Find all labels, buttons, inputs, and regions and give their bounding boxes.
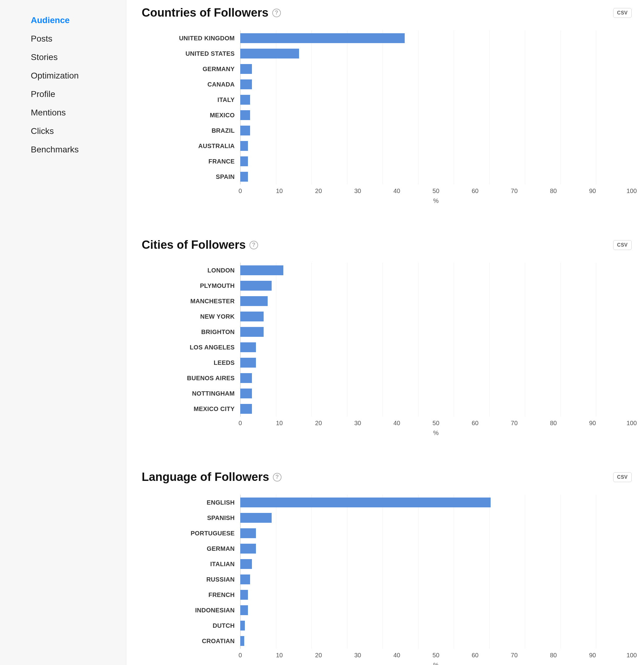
bar-label: ENGLISH	[142, 495, 240, 510]
bar-label: GERMAN	[142, 541, 240, 556]
bar-row	[240, 138, 632, 154]
sidebar-item-optimization[interactable]: Optimization	[31, 66, 126, 85]
bar-label: MEXICO CITY	[142, 401, 240, 417]
bar-row	[240, 92, 632, 108]
bar-label: UNITED KINGDOM	[142, 31, 240, 46]
bar-row	[240, 510, 632, 526]
bar-row	[240, 355, 632, 370]
bar-label: SPAIN	[142, 169, 240, 185]
bar-row	[240, 633, 632, 649]
chart-block: Language of Followers?CSVENGLISHSPANISHP…	[142, 471, 632, 665]
bar-label: GERMANY	[142, 61, 240, 77]
bar	[240, 574, 250, 584]
bar-row	[240, 495, 632, 510]
bar-label: BRIGHTON	[142, 324, 240, 340]
bar	[240, 79, 252, 89]
bar-label: AUSTRALIA	[142, 138, 240, 154]
bar	[240, 110, 250, 120]
chart-area: ENGLISHSPANISHPORTUGUESEGERMANITALIANRUS…	[142, 495, 632, 649]
bar-label: PORTUGUESE	[142, 526, 240, 541]
x-axis-unit: %	[240, 197, 632, 205]
bar	[240, 64, 252, 74]
bar	[240, 156, 248, 166]
bar	[240, 544, 256, 554]
x-axis-unit: %	[240, 430, 632, 437]
bar-label: UNITED STATES	[142, 46, 240, 61]
bar	[240, 265, 283, 275]
bar	[240, 342, 256, 352]
bar	[240, 513, 272, 523]
bar	[240, 95, 250, 105]
chart-block: Cities of Followers?CSVLONDONPLYMOUTHMAN…	[142, 238, 632, 437]
bar	[240, 621, 245, 630]
csv-button[interactable]: CSV	[613, 472, 632, 482]
bar-row	[240, 278, 632, 293]
bar	[240, 590, 248, 600]
bar-label: FRANCE	[142, 154, 240, 169]
bar-row	[240, 526, 632, 541]
bar-row	[240, 370, 632, 386]
help-icon[interactable]: ?	[250, 241, 258, 249]
bar	[240, 281, 272, 291]
bar-row	[240, 61, 632, 77]
sidebar-item-mentions[interactable]: Mentions	[31, 103, 126, 122]
bar	[240, 33, 405, 43]
bar-row	[240, 340, 632, 355]
bar-row	[240, 401, 632, 417]
bar-label: NOTTINGHAM	[142, 386, 240, 401]
bar-row	[240, 309, 632, 324]
bar-row	[240, 386, 632, 401]
bar-label: FRENCH	[142, 587, 240, 603]
bar-label: RUSSIAN	[142, 572, 240, 587]
bar	[240, 126, 250, 135]
bar-label: ITALIAN	[142, 556, 240, 572]
chart-area: UNITED KINGDOMUNITED STATESGERMANYCANADA…	[142, 31, 632, 185]
bar-label: NEW YORK	[142, 309, 240, 324]
bar-label: SPANISH	[142, 510, 240, 526]
csv-button[interactable]: CSV	[613, 8, 632, 18]
chart-header: Countries of Followers?CSV	[142, 6, 632, 19]
bar	[240, 528, 256, 538]
bar-row	[240, 108, 632, 123]
help-icon[interactable]: ?	[273, 473, 281, 481]
bar-label: BUENOS AIRES	[142, 370, 240, 386]
bar-label: INDONESIAN	[142, 603, 240, 618]
chart-area: LONDONPLYMOUTHMANCHESTERNEW YORKBRIGHTON…	[142, 263, 632, 417]
bar-label: PLYMOUTH	[142, 278, 240, 293]
bar-row	[240, 556, 632, 572]
bar	[240, 311, 264, 321]
bar	[240, 559, 252, 569]
bar-label: CANADA	[142, 77, 240, 92]
bar-row	[240, 154, 632, 169]
sidebar-item-clicks[interactable]: Clicks	[31, 122, 126, 140]
bar-row	[240, 46, 632, 61]
bar-row	[240, 169, 632, 185]
bar-row	[240, 618, 632, 633]
csv-button[interactable]: CSV	[613, 240, 632, 250]
bar-row	[240, 324, 632, 340]
bar-label: LEEDS	[142, 355, 240, 370]
sidebar-item-stories[interactable]: Stories	[31, 48, 126, 66]
sidebar-item-audience[interactable]: Audience	[31, 11, 126, 30]
bar-label: BRAZIL	[142, 123, 240, 138]
chart-title: Countries of Followers	[142, 6, 269, 19]
bar	[240, 358, 256, 367]
bar-label: MANCHESTER	[142, 293, 240, 309]
bar	[240, 636, 244, 646]
bar-label: DUTCH	[142, 618, 240, 633]
x-axis-unit: %	[240, 662, 632, 665]
sidebar-item-benchmarks[interactable]: Benchmarks	[31, 140, 126, 159]
bar	[240, 141, 248, 151]
main-content: Countries of Followers?CSVUNITED KINGDOM…	[126, 0, 644, 665]
chart-header: Cities of Followers?CSV	[142, 238, 632, 251]
bar-row	[240, 587, 632, 603]
bar-label: MEXICO	[142, 108, 240, 123]
sidebar-item-posts[interactable]: Posts	[31, 30, 126, 48]
chart-title: Language of Followers	[142, 471, 269, 484]
bar-row	[240, 603, 632, 618]
sidebar-item-profile[interactable]: Profile	[31, 85, 126, 103]
bar-label: LONDON	[142, 263, 240, 278]
chart-header: Language of Followers?CSV	[142, 471, 632, 484]
help-icon[interactable]: ?	[272, 8, 281, 17]
bar-row	[240, 293, 632, 309]
